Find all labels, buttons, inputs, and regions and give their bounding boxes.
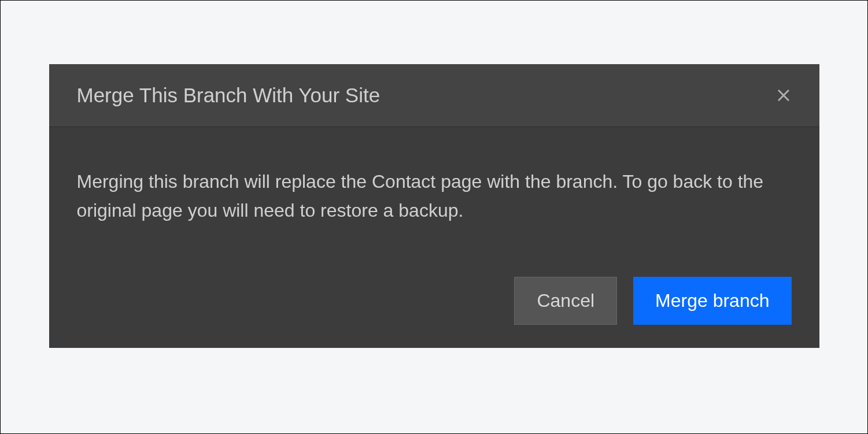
- dialog-header: Merge This Branch With Your Site: [49, 64, 819, 127]
- dialog-title: Merge This Branch With Your Site: [77, 84, 381, 107]
- close-button[interactable]: [775, 87, 792, 103]
- merge-branch-dialog: Merge This Branch With Your Site Merging…: [49, 64, 819, 348]
- close-icon: [775, 87, 792, 103]
- dialog-body: Merging this branch will replace the Con…: [49, 127, 819, 242]
- cancel-button[interactable]: Cancel: [514, 277, 617, 325]
- dialog-footer: Cancel Merge branch: [49, 242, 819, 348]
- merge-branch-button[interactable]: Merge branch: [633, 277, 791, 325]
- dialog-message: Merging this branch will replace the Con…: [77, 168, 792, 225]
